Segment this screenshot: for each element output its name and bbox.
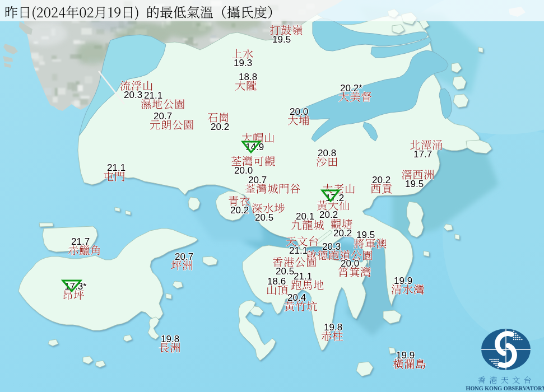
svg-text:20.2: 20.2 xyxy=(333,228,352,239)
svg-text:20.7: 20.7 xyxy=(154,111,172,122)
svg-text:19.8: 19.8 xyxy=(324,322,342,333)
svg-text:19.9: 19.9 xyxy=(394,276,412,286)
svg-text:20.2: 20.2 xyxy=(319,209,338,220)
svg-text:21.1: 21.1 xyxy=(294,271,312,282)
svg-text:20.5: 20.5 xyxy=(276,266,294,277)
svg-text:19.5: 19.5 xyxy=(272,34,291,45)
svg-text:19.5: 19.5 xyxy=(356,230,375,240)
svg-text:20.7: 20.7 xyxy=(248,175,267,185)
svg-text:19.3: 19.3 xyxy=(234,58,252,68)
svg-text:20.4: 20.4 xyxy=(287,292,306,303)
svg-text:HONG KONG OBSERVATORY: HONG KONG OBSERVATORY xyxy=(466,385,544,391)
svg-text:20.2: 20.2 xyxy=(372,175,390,185)
svg-text:21.1: 21.1 xyxy=(144,90,162,101)
svg-text:20.5: 20.5 xyxy=(255,212,273,223)
svg-text:19.8: 19.8 xyxy=(161,334,179,344)
svg-text:20.2: 20.2 xyxy=(211,122,229,132)
svg-text:20.2: 20.2 xyxy=(230,205,249,216)
svg-text:21.1: 21.1 xyxy=(289,245,308,256)
svg-text:21.7: 21.7 xyxy=(71,236,90,247)
svg-text:20.3: 20.3 xyxy=(124,90,142,100)
svg-text:18.8: 18.8 xyxy=(239,72,257,82)
svg-text:20.3: 20.3 xyxy=(322,241,341,252)
svg-text:20.1: 20.1 xyxy=(296,211,314,222)
svg-text:20.0: 20.0 xyxy=(290,106,308,117)
svg-text:19.9: 19.9 xyxy=(396,350,415,361)
svg-text:20.0: 20.0 xyxy=(341,258,359,269)
svg-text:17.7: 17.7 xyxy=(413,149,432,160)
svg-text:21.1: 21.1 xyxy=(107,162,125,173)
svg-text:20.2*: 20.2* xyxy=(340,83,362,94)
svg-text:18.6: 18.6 xyxy=(267,276,286,287)
svg-text:19.5: 19.5 xyxy=(405,179,424,189)
svg-text:20.7: 20.7 xyxy=(175,251,193,262)
svg-text:20.8: 20.8 xyxy=(318,148,336,158)
